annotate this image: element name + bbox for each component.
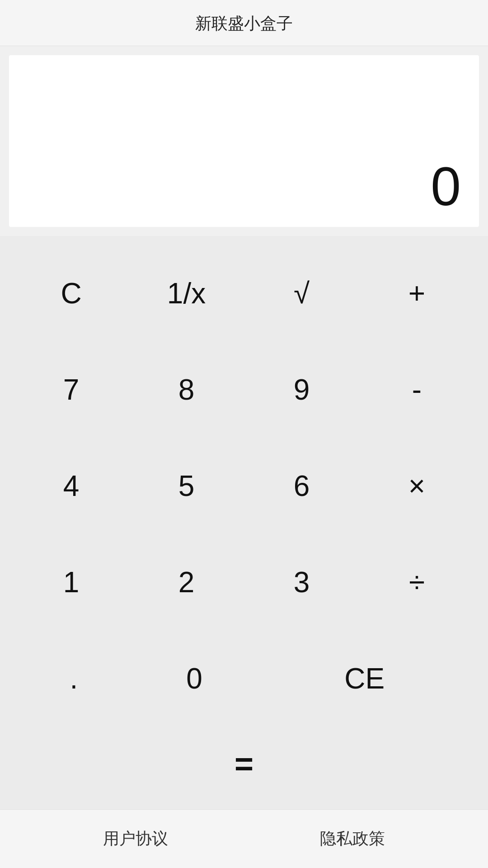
user-agreement-link[interactable]: 用户协议 — [103, 828, 168, 850]
button-row-4: 1 2 3 ÷ — [14, 534, 474, 631]
btn-reciprocal[interactable]: 1/x — [137, 264, 236, 323]
display-area: 0 — [9, 55, 479, 227]
btn-ce[interactable]: CE — [265, 649, 464, 708]
button-row-3: 4 5 6 × — [14, 438, 474, 534]
btn-8[interactable]: 8 — [137, 360, 236, 419]
privacy-policy-link[interactable]: 隐私政策 — [320, 828, 385, 850]
btn-7[interactable]: 7 — [22, 360, 121, 419]
btn-6[interactable]: 6 — [252, 457, 352, 515]
calculator-body: C 1/x √ + 7 8 9 - 4 5 6 × 1 2 3 ÷ . 0 CE… — [0, 236, 488, 809]
btn-1[interactable]: 1 — [22, 553, 121, 612]
btn-5[interactable]: 5 — [137, 457, 236, 515]
btn-0[interactable]: 0 — [145, 649, 244, 708]
btn-9[interactable]: 9 — [252, 360, 352, 419]
button-row-2: 7 8 9 - — [14, 341, 474, 438]
title-bar: 新联盛小盒子 — [0, 0, 488, 46]
btn-sqrt[interactable]: √ — [252, 264, 352, 323]
btn-equals[interactable]: = — [198, 736, 290, 791]
footer: 用户协议 隐私政策 — [0, 809, 488, 868]
btn-3[interactable]: 3 — [252, 553, 352, 612]
btn-plus[interactable]: + — [367, 264, 467, 323]
btn-clear[interactable]: C — [22, 264, 121, 323]
button-row-5: . 0 CE — [14, 631, 474, 727]
display-value: 0 — [431, 159, 461, 213]
btn-4[interactable]: 4 — [22, 457, 121, 515]
btn-divide[interactable]: ÷ — [367, 553, 467, 612]
btn-dot[interactable]: . — [24, 649, 123, 708]
btn-2[interactable]: 2 — [137, 553, 236, 612]
btn-minus[interactable]: - — [367, 360, 467, 419]
button-row-1: C 1/x √ + — [14, 245, 474, 341]
btn-multiply[interactable]: × — [367, 457, 467, 515]
equals-row: = — [14, 727, 474, 805]
app-title: 新联盛小盒子 — [195, 14, 293, 33]
